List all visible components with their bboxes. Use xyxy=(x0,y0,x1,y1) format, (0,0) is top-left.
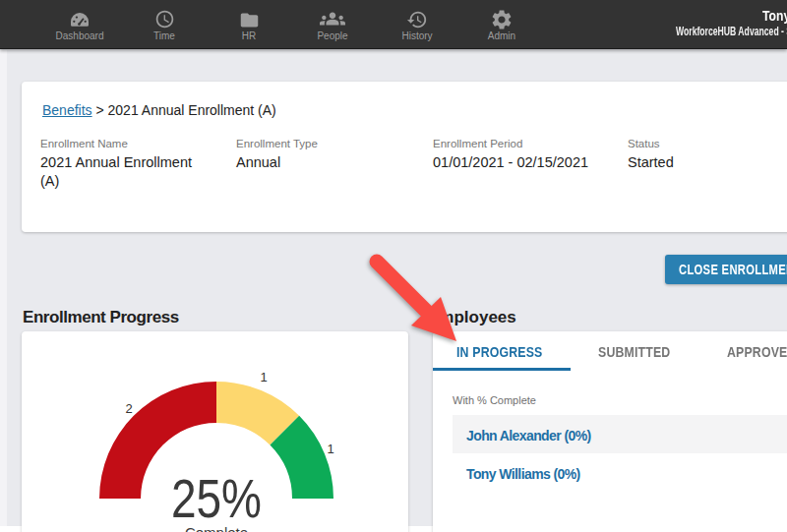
svg-text:1: 1 xyxy=(260,370,267,384)
svg-text:2: 2 xyxy=(125,401,132,416)
svg-text:1: 1 xyxy=(327,442,333,456)
svg-text:25%: 25% xyxy=(171,468,262,529)
svg-text:Complete: Complete xyxy=(185,524,248,532)
